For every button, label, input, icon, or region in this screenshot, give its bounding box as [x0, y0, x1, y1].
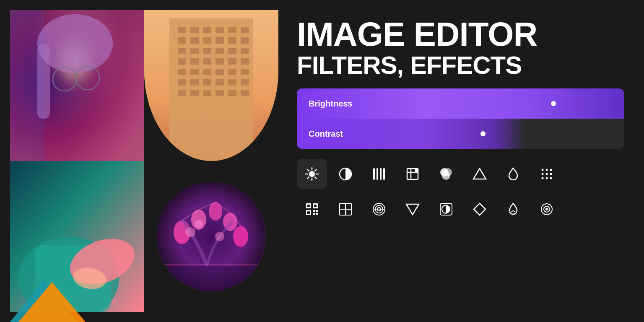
- building-image: [144, 10, 278, 161]
- image-grid: [10, 10, 278, 312]
- svg-line-86: [307, 177, 309, 179]
- sliders-panel: Brightness Contrast: [297, 88, 624, 149]
- color-drop-tool-button[interactable]: [498, 194, 528, 224]
- brightness-track[interactable]: [389, 88, 624, 119]
- svg-line-85: [315, 169, 317, 171]
- svg-rect-74: [157, 182, 266, 291]
- triangle-tool-button[interactable]: [465, 159, 495, 189]
- svg-rect-88: [373, 168, 375, 180]
- brightness-slider-row[interactable]: Brightness: [297, 88, 624, 119]
- contrast-track[interactable]: [389, 119, 624, 149]
- svg-marker-129: [406, 204, 419, 215]
- brightness-tool-button[interactable]: [297, 159, 327, 189]
- svg-rect-90: [380, 168, 382, 180]
- svg-line-83: [307, 169, 309, 171]
- svg-point-103: [550, 169, 552, 171]
- svg-point-102: [546, 169, 548, 171]
- neon-circle: [157, 182, 266, 291]
- color-blend-tool-button[interactable]: [431, 159, 461, 189]
- title-line1: IMAGE EDITOR: [297, 17, 624, 52]
- svg-point-99: [442, 171, 450, 180]
- svg-point-126: [379, 209, 380, 210]
- svg-point-104: [542, 173, 544, 175]
- toolbar: [297, 159, 624, 224]
- svg-rect-113: [307, 205, 310, 207]
- drop-tool-button[interactable]: [498, 159, 528, 189]
- down-triangle-tool-button[interactable]: [397, 194, 428, 224]
- svg-point-106: [550, 173, 552, 175]
- spiral-tool-button[interactable]: [364, 194, 394, 224]
- right-panel: IMAGE EDITOR FILTERS, EFFECTS Brightness…: [277, 0, 644, 322]
- portrait-image: [10, 10, 144, 161]
- svg-rect-114: [314, 205, 317, 207]
- svg-marker-131: [474, 203, 486, 215]
- half-circle-tool-button[interactable]: [431, 194, 461, 224]
- contrast-label: Contrast: [297, 129, 389, 139]
- left-panel: [0, 0, 277, 322]
- svg-point-108: [546, 177, 548, 179]
- svg-point-134: [545, 208, 548, 210]
- contrast-slider-row[interactable]: Contrast: [297, 119, 624, 149]
- grid-tool-button[interactable]: [330, 194, 361, 224]
- svg-rect-89: [377, 168, 378, 180]
- decorative-triangle: [10, 276, 86, 322]
- eye-tool-button[interactable]: [532, 194, 562, 224]
- crop-tool-button[interactable]: [397, 159, 428, 189]
- svg-rect-117: [316, 210, 318, 212]
- svg-point-109: [550, 177, 552, 179]
- brightness-label: Brightness: [297, 99, 389, 109]
- svg-rect-115: [307, 211, 310, 214]
- svg-rect-118: [313, 213, 315, 215]
- svg-point-107: [542, 177, 544, 179]
- dots-grid-tool-button[interactable]: [532, 159, 562, 189]
- svg-point-135: [544, 207, 545, 208]
- toolbar-row-2: [297, 194, 624, 224]
- diamond-tool-button[interactable]: [465, 194, 495, 224]
- svg-point-105: [546, 173, 548, 175]
- title-line2: FILTERS, EFFECTS: [297, 52, 624, 78]
- svg-marker-100: [473, 169, 486, 179]
- svg-rect-8: [10, 10, 44, 161]
- toolbar-row-1: [297, 159, 624, 189]
- app-title: IMAGE EDITOR FILTERS, EFFECTS: [297, 17, 624, 78]
- svg-rect-116: [313, 210, 315, 212]
- svg-point-101: [542, 169, 544, 171]
- svg-rect-119: [316, 213, 318, 215]
- vertical-lines-tool-button[interactable]: [364, 159, 394, 189]
- neon-circle-image: [144, 161, 278, 312]
- qr-tool-button[interactable]: [297, 194, 327, 224]
- svg-rect-91: [383, 168, 385, 180]
- contrast-thumb[interactable]: [480, 131, 486, 136]
- svg-point-78: [309, 171, 315, 177]
- brightness-thumb[interactable]: [551, 101, 556, 106]
- svg-line-84: [315, 177, 317, 179]
- contrast-tool-button[interactable]: [330, 159, 361, 189]
